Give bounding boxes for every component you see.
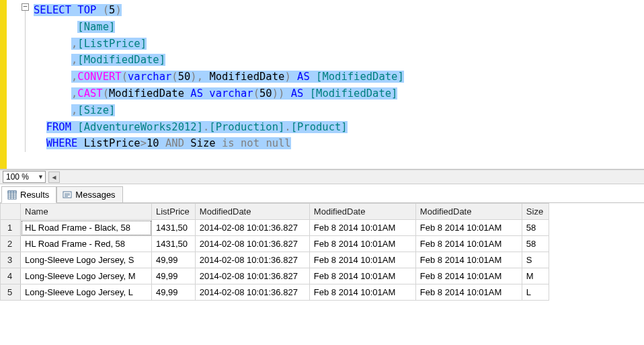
cell[interactable]: Long-Sleeve Logo Jersey, S [21, 252, 152, 268]
cell[interactable]: 1431,50 [152, 236, 196, 252]
code-line[interactable]: ,[ListPrice] [34, 36, 644, 52]
cell[interactable]: 58 [522, 220, 549, 236]
change-marker-bar [0, 0, 7, 169]
code-line[interactable]: [Name] [34, 19, 644, 36]
chevron-down-icon: ▼ [38, 174, 44, 180]
row-number[interactable]: 1 [1, 220, 21, 236]
table-row[interactable]: 2HL Road Frame - Red, 581431,502014-02-0… [1, 236, 549, 252]
code-line[interactable]: FROM [AdventureWorks2012].[Production].[… [34, 119, 644, 136]
zoom-select[interactable]: 100 % ▼ [3, 171, 46, 183]
row-number[interactable]: 2 [1, 236, 21, 252]
cell[interactable]: 49,99 [152, 284, 196, 301]
code-line[interactable]: ,CAST(ModifiedDate AS varchar(50)) AS [M… [34, 85, 644, 102]
row-selector-header[interactable] [1, 204, 21, 220]
column-header[interactable]: Name [21, 204, 152, 220]
column-header[interactable]: ModifiedDate [415, 204, 522, 220]
cell[interactable]: Feb 8 2014 10:01AM [415, 220, 522, 236]
cell[interactable]: Feb 8 2014 10:01AM [309, 220, 415, 236]
cell[interactable]: Long-Sleeve Logo Jersey, L [21, 284, 152, 301]
fold-guide-line [25, 11, 26, 152]
cell[interactable]: 2014-02-08 10:01:36.827 [195, 252, 309, 268]
tab-messages[interactable]: Messages [56, 186, 122, 202]
zoom-status-bar: 100 % ▼ ◄ [0, 169, 644, 184]
fold-toggle-icon[interactable]: − [22, 3, 29, 11]
row-number[interactable]: 3 [1, 252, 21, 268]
cell[interactable]: Feb 8 2014 10:01AM [309, 252, 415, 268]
cell[interactable]: L [522, 284, 549, 301]
code-line[interactable]: WHERE ListPrice>10 AND Size is not null [34, 135, 644, 152]
results-tabs-bar: Results Messages [0, 184, 644, 203]
table-row[interactable]: 4Long-Sleeve Logo Jersey, M49,992014-02-… [1, 268, 549, 284]
cell[interactable]: M [522, 268, 549, 284]
cell[interactable]: Feb 8 2014 10:01AM [415, 284, 522, 301]
column-header[interactable]: ModifiedDate [195, 204, 309, 220]
cell[interactable]: 2014-02-08 10:01:36.827 [195, 284, 309, 301]
cell[interactable]: HL Road Frame - Black, 58 [21, 220, 152, 236]
fold-gutter: − [11, 0, 31, 169]
grid-icon [7, 190, 17, 200]
cell[interactable]: Feb 8 2014 10:01AM [415, 252, 522, 268]
cell[interactable]: 1431,50 [152, 220, 196, 236]
cell[interactable]: 2014-02-08 10:01:36.827 [195, 220, 309, 236]
sql-editor-pane: − SELECT TOP (5) [Name] ,[ListPrice] ,[M… [0, 0, 644, 169]
cell[interactable]: S [522, 252, 549, 268]
tab-results-label: Results [20, 190, 49, 200]
scroll-left-icon[interactable]: ◄ [48, 171, 60, 183]
cell[interactable]: Feb 8 2014 10:01AM [415, 236, 522, 252]
cell[interactable]: Feb 8 2014 10:01AM [415, 268, 522, 284]
row-number[interactable]: 4 [1, 268, 21, 284]
tab-messages-label: Messages [75, 190, 115, 200]
table-row[interactable]: 5Long-Sleeve Logo Jersey, L49,992014-02-… [1, 284, 549, 301]
cell[interactable]: Long-Sleeve Logo Jersey, M [21, 268, 152, 284]
code-text-area[interactable]: SELECT TOP (5) [Name] ,[ListPrice] ,[Mod… [31, 0, 644, 169]
results-grid[interactable]: NameListPriceModifiedDateModifiedDateMod… [0, 203, 549, 301]
zoom-value: 100 % [6, 172, 29, 182]
svg-rect-1 [8, 191, 16, 193]
messages-icon [63, 190, 72, 200]
cell[interactable]: Feb 8 2014 10:01AM [309, 236, 415, 252]
table-row[interactable]: 1HL Road Frame - Black, 581431,502014-02… [1, 220, 549, 236]
code-line[interactable]: ,[ModifiedDate] [34, 52, 644, 69]
column-header[interactable]: ListPrice [152, 204, 196, 220]
cell[interactable]: 49,99 [152, 268, 196, 284]
table-row[interactable]: 3Long-Sleeve Logo Jersey, S49,992014-02-… [1, 252, 549, 268]
cell[interactable]: HL Road Frame - Red, 58 [21, 236, 152, 252]
code-line[interactable]: SELECT TOP (5) [34, 2, 644, 19]
column-header[interactable]: ModifiedDate [309, 204, 415, 220]
row-number[interactable]: 5 [1, 284, 21, 301]
cell[interactable]: 49,99 [152, 252, 196, 268]
column-header[interactable]: Size [522, 204, 549, 220]
cell[interactable]: Feb 8 2014 10:01AM [309, 284, 415, 301]
results-pane: NameListPriceModifiedDateModifiedDateMod… [0, 203, 644, 343]
tab-results[interactable]: Results [1, 186, 56, 203]
code-line[interactable]: ,[Size] [34, 102, 644, 119]
cell[interactable]: 2014-02-08 10:01:36.827 [195, 268, 309, 284]
code-line[interactable]: ,CONVERT(varchar(50), ModifiedDate) AS [… [34, 69, 644, 85]
cell[interactable]: Feb 8 2014 10:01AM [309, 268, 415, 284]
cell[interactable]: 58 [522, 236, 549, 252]
cell[interactable]: 2014-02-08 10:01:36.827 [195, 236, 309, 252]
